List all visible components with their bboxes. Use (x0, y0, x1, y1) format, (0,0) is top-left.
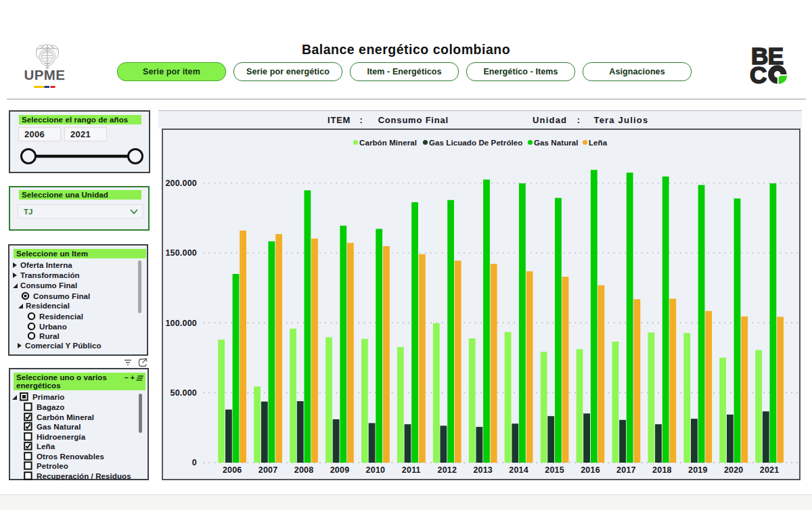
svg-text:C: C (750, 62, 767, 88)
svg-text:150.000: 150.000 (165, 248, 197, 258)
svg-text:2019: 2019 (688, 465, 708, 475)
svg-text:2008: 2008 (294, 465, 314, 475)
svg-text:2011: 2011 (402, 465, 421, 475)
svg-text:0: 0 (192, 458, 197, 467)
svg-text:Leña: Leña (589, 139, 608, 147)
svg-text:2018: 2018 (652, 465, 672, 475)
svg-text:200.000: 200.000 (165, 179, 197, 188)
svg-text:UPME: UPME (24, 67, 66, 83)
svg-text:2017: 2017 (616, 465, 636, 475)
svg-text:2016: 2016 (581, 465, 600, 475)
svg-text:100.000: 100.000 (165, 319, 197, 328)
svg-text:Gas Licuado De Petróleo: Gas Licuado De Petróleo (429, 139, 522, 147)
svg-text:2014: 2014 (509, 465, 528, 475)
svg-text:Carbón Mineral: Carbón Mineral (359, 139, 417, 147)
svg-text:Gas Natural: Gas Natural (534, 139, 579, 147)
svg-text:2012: 2012 (437, 465, 457, 475)
svg-text:2007: 2007 (258, 465, 278, 475)
svg-text:2006: 2006 (223, 465, 242, 475)
svg-text:2015: 2015 (545, 465, 564, 475)
svg-text:2009: 2009 (330, 465, 350, 475)
svg-text:2010: 2010 (366, 465, 386, 475)
svg-text:2013: 2013 (473, 465, 493, 475)
svg-text:2020: 2020 (724, 465, 744, 475)
svg-text:2021: 2021 (760, 465, 780, 475)
svg-text:50.000: 50.000 (171, 388, 197, 398)
